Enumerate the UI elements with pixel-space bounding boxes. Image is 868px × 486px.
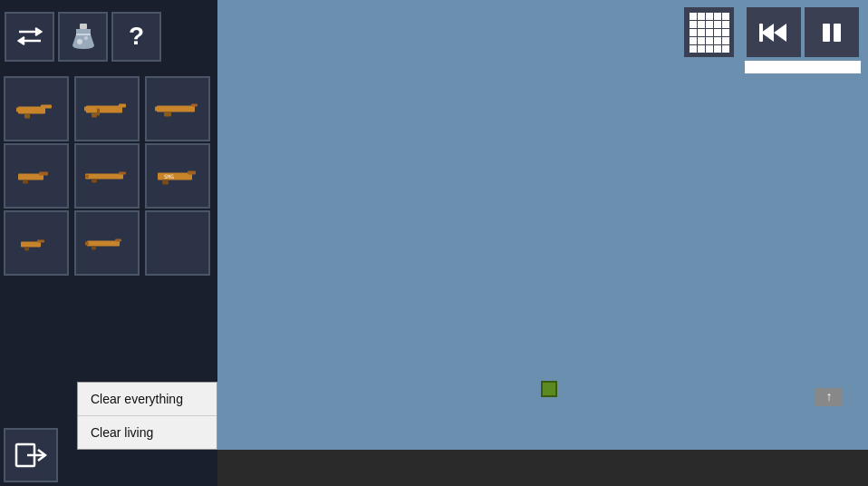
svg-rect-11 bbox=[92, 113, 97, 118]
top-right-controls bbox=[745, 7, 861, 73]
svg-rect-25 bbox=[158, 173, 192, 180]
progress-bar bbox=[745, 61, 861, 73]
item-grid: SMG bbox=[0, 73, 217, 279]
svg-rect-15 bbox=[191, 104, 198, 107]
svg-rect-9 bbox=[86, 106, 122, 113]
svg-rect-34 bbox=[92, 247, 96, 250]
svg-rect-8 bbox=[16, 108, 22, 112]
svg-rect-12 bbox=[84, 107, 89, 112]
green-pixel-entity bbox=[541, 381, 557, 397]
svg-rect-24 bbox=[85, 175, 89, 179]
grid-toggle-button[interactable] bbox=[684, 7, 734, 57]
svg-rect-13 bbox=[97, 109, 100, 116]
grid-item-3[interactable] bbox=[145, 76, 210, 141]
svg-point-4 bbox=[84, 36, 88, 40]
svg-marker-38 bbox=[761, 24, 774, 42]
swap-button[interactable] bbox=[5, 12, 54, 62]
svg-rect-33 bbox=[115, 239, 121, 242]
svg-rect-23 bbox=[92, 180, 97, 183]
svg-rect-7 bbox=[24, 114, 30, 119]
potion-button[interactable] bbox=[58, 12, 108, 62]
svg-rect-35 bbox=[85, 242, 89, 246]
svg-rect-19 bbox=[39, 172, 48, 176]
playback-buttons bbox=[747, 7, 859, 57]
svg-rect-32 bbox=[87, 241, 120, 247]
svg-rect-16 bbox=[164, 112, 171, 117]
svg-marker-39 bbox=[774, 24, 786, 42]
svg-rect-2 bbox=[80, 24, 87, 29]
bottom-right-indicator: ↑ bbox=[815, 388, 843, 406]
svg-rect-27 bbox=[162, 180, 169, 185]
svg-rect-41 bbox=[823, 24, 830, 42]
rewind-button[interactable] bbox=[747, 7, 801, 57]
svg-point-3 bbox=[77, 39, 82, 44]
bottom-bar bbox=[217, 450, 868, 486]
grid-item-8[interactable] bbox=[74, 210, 140, 276]
svg-rect-14 bbox=[157, 106, 195, 112]
grid-item-6[interactable]: SMG bbox=[145, 143, 210, 209]
svg-rect-17 bbox=[155, 107, 159, 112]
help-button[interactable]: ? bbox=[111, 12, 161, 62]
svg-rect-30 bbox=[37, 240, 44, 243]
grid-item-1[interactable] bbox=[4, 76, 69, 141]
svg-rect-31 bbox=[24, 248, 29, 251]
svg-rect-26 bbox=[188, 171, 196, 175]
context-menu: Clear everything Clear living bbox=[77, 382, 217, 450]
grid-item-9[interactable] bbox=[145, 210, 210, 276]
grid-item-2[interactable] bbox=[74, 76, 140, 141]
toolbar: ? bbox=[0, 0, 217, 73]
grid-item-5[interactable] bbox=[74, 143, 140, 209]
exit-button[interactable] bbox=[4, 428, 58, 482]
svg-rect-10 bbox=[119, 104, 126, 108]
svg-rect-6 bbox=[41, 105, 52, 109]
clear-living-button[interactable]: Clear living bbox=[78, 416, 217, 449]
svg-rect-42 bbox=[834, 24, 841, 42]
grid-icon bbox=[690, 13, 729, 53]
grid-item-7[interactable] bbox=[4, 210, 69, 276]
pause-button[interactable] bbox=[805, 7, 859, 57]
svg-rect-20 bbox=[23, 180, 28, 184]
clear-everything-button[interactable]: Clear everything bbox=[78, 383, 217, 416]
svg-text:SMG: SMG bbox=[164, 173, 174, 180]
svg-rect-40 bbox=[759, 24, 763, 42]
svg-rect-21 bbox=[85, 174, 123, 180]
svg-rect-22 bbox=[119, 172, 126, 175]
grid-item-4[interactable] bbox=[4, 143, 69, 209]
